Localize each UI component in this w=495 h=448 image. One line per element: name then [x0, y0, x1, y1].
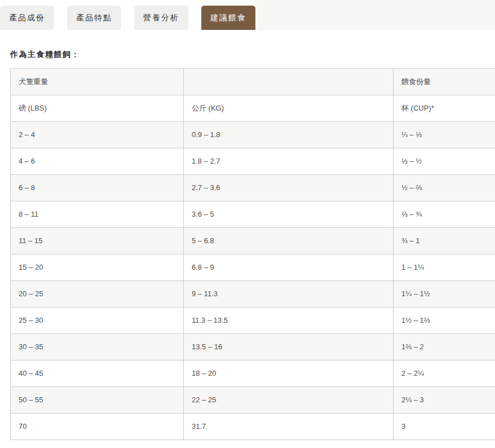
- tab-feeding-guide[interactable]: 建議餵食: [201, 6, 255, 30]
- table-cell: 40 – 45: [11, 361, 184, 387]
- table-cell: ⅔ – ¾: [394, 201, 495, 228]
- table-row: 50 – 5522 – 252¼ – 3: [11, 387, 495, 414]
- table-cell: 5 – 6.8: [184, 228, 394, 254]
- table-cell: ½ – ⅔: [394, 175, 495, 201]
- product-detail-page: 產品成份 產品特點 營養分析 建議餵食 作為主食糧餵飼： 犬隻重量 餵食份量 磅…: [0, 0, 495, 440]
- table-group-header-row: 犬隻重量 餵食份量: [11, 69, 495, 95]
- tab-product-features[interactable]: 產品特點: [67, 6, 121, 30]
- table-cell: 15 – 20: [11, 254, 184, 281]
- table-row: 20 – 259 – 11.31¼ – 1½: [11, 281, 495, 308]
- tab-product-ingredients[interactable]: 產品成份: [0, 6, 54, 30]
- table-cell: 13.5 – 16: [184, 334, 394, 361]
- table-cell: 1¼ – 1½: [394, 281, 495, 308]
- feeding-table-body: 2 – 40.9 – 1.8¼ – ⅓4 – 61.8 – 2.7⅓ – ½6 …: [11, 122, 495, 440]
- table-row: 4 – 61.8 – 2.7⅓ – ½: [11, 148, 495, 175]
- header-cup: 杯 (CUP)*: [394, 95, 495, 122]
- table-cell: 2.7 – 3.6: [184, 175, 394, 201]
- table-row: 2 – 40.9 – 1.8¼ – ⅓: [11, 122, 495, 148]
- table-cell: 11.3 – 13.5: [184, 308, 394, 334]
- tab-list: 產品成份 產品特點 營養分析 建議餵食: [0, 6, 268, 30]
- table-cell: 31.7: [184, 414, 394, 440]
- feeding-guide-panel: 作為主食糧餵飼： 犬隻重量 餵食份量 磅 (LBS) 公斤 (KG) 杯 (CU…: [0, 30, 495, 440]
- header-lbs: 磅 (LBS): [11, 95, 184, 122]
- table-row: 15 – 206.8 – 91 – 1¼: [11, 254, 495, 281]
- table-cell: 2¼ – 3: [394, 387, 495, 414]
- table-row: 8 – 113.6 – 5⅔ – ¾: [11, 201, 495, 228]
- table-cell: 9 – 11.3: [184, 281, 394, 308]
- table-row: 25 – 3011.3 – 13.51½ – 1⅔: [11, 308, 495, 334]
- table-cell: 3.6 – 5: [184, 201, 394, 228]
- table-row: 30 – 3513.5 – 161⅔ – 2: [11, 334, 495, 361]
- table-cell: ¼ – ⅓: [394, 122, 495, 148]
- feeding-table: 犬隻重量 餵食份量 磅 (LBS) 公斤 (KG) 杯 (CUP)* 2 – 4…: [10, 68, 495, 440]
- table-cell: 2 – 4: [11, 122, 184, 148]
- table-cell: 30 – 35: [11, 334, 184, 361]
- header-dog-weight: 犬隻重量: [11, 69, 184, 95]
- table-cell: 22 – 25: [184, 387, 394, 414]
- table-cell: 8 – 11: [11, 201, 184, 228]
- table-cell: ¾ – 1: [394, 228, 495, 254]
- table-cell: 0.9 – 1.8: [184, 122, 394, 148]
- tab-nutrition-analysis[interactable]: 營養分析: [134, 6, 188, 30]
- feeding-table-head: 犬隻重量 餵食份量 磅 (LBS) 公斤 (KG) 杯 (CUP)*: [11, 69, 495, 122]
- table-cell: 6 – 8: [11, 175, 184, 201]
- table-cell: 3: [394, 414, 495, 440]
- table-row: 6 – 82.7 – 3.6½ – ⅔: [11, 175, 495, 201]
- table-cell: ⅓ – ½: [394, 148, 495, 175]
- table-cell: 1.8 – 2.7: [184, 148, 394, 175]
- header-empty: [184, 69, 394, 95]
- table-row: 40 – 4518 – 202 – 2¼: [11, 361, 495, 387]
- table-cell: 18 – 20: [184, 361, 394, 387]
- table-cell: 20 – 25: [11, 281, 184, 308]
- table-cell: 70: [11, 414, 184, 440]
- table-row: 11 – 155 – 6.8¾ – 1: [11, 228, 495, 254]
- table-cell: 1 – 1¼: [394, 254, 495, 281]
- table-cell: 25 – 30: [11, 308, 184, 334]
- header-feeding-amount: 餵食份量: [394, 69, 495, 95]
- tab-bar: 產品成份 產品特點 營養分析 建議餵食: [0, 0, 495, 30]
- table-cell: 1⅔ – 2: [394, 334, 495, 361]
- table-cell: 2 – 2¼: [394, 361, 495, 387]
- table-unit-header-row: 磅 (LBS) 公斤 (KG) 杯 (CUP)*: [11, 95, 495, 122]
- tab-bar-right-band: [255, 0, 495, 30]
- table-cell: 50 – 55: [11, 387, 184, 414]
- table-cell: 4 – 6: [11, 148, 184, 175]
- header-kg: 公斤 (KG): [184, 95, 394, 122]
- table-cell: 6.8 – 9: [184, 254, 394, 281]
- table-row: 7031.73: [11, 414, 495, 440]
- table-cell: 1½ – 1⅔: [394, 308, 495, 334]
- table-cell: 11 – 15: [11, 228, 184, 254]
- section-heading: 作為主食糧餵飼：: [10, 50, 495, 60]
